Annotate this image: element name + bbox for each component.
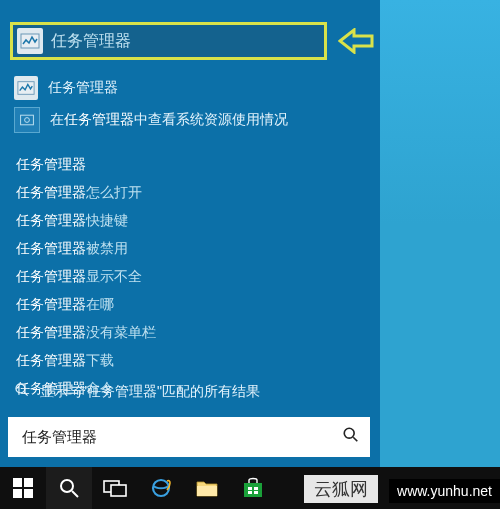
svg-rect-11: [24, 489, 33, 498]
svg-rect-2: [21, 115, 34, 125]
top-result-label: 任务管理器: [51, 31, 131, 52]
svg-point-3: [25, 118, 30, 123]
taskbar-task-view-button[interactable]: [92, 467, 138, 509]
top-result-task-manager[interactable]: 任务管理器: [10, 22, 327, 60]
search-suggestion[interactable]: 任务管理器下载: [16, 352, 156, 370]
svg-rect-18: [244, 483, 262, 497]
search-suggestion[interactable]: 任务管理器怎么打开: [16, 184, 156, 202]
result-label: 在任务管理器中查看系统资源使用情况: [50, 111, 288, 129]
search-suggestion[interactable]: 任务管理器没有菜单栏: [16, 324, 156, 342]
taskbar-file-explorer-button[interactable]: [184, 467, 230, 509]
taskbar-search-button[interactable]: [46, 467, 92, 509]
search-suggestion-list: 任务管理器 任务管理器怎么打开 任务管理器快捷键 任务管理器被禁用 任务管理器显…: [16, 156, 156, 408]
svg-point-12: [61, 480, 73, 492]
svg-rect-19: [248, 487, 252, 490]
search-panel: 任务管理器 任务管理器 在任务管理器中查看系统资源使用情况 任务管理器 任务管理…: [0, 0, 380, 467]
svg-rect-15: [111, 485, 126, 496]
svg-rect-8: [13, 478, 22, 487]
search-input[interactable]: 任务管理器: [8, 417, 370, 457]
svg-rect-22: [254, 491, 258, 494]
result-app-task-manager[interactable]: 任务管理器: [14, 74, 118, 102]
search-suggestion[interactable]: 任务管理器被禁用: [16, 240, 156, 258]
taskbar-store-button[interactable]: [230, 467, 276, 509]
search-suggestion[interactable]: 任务管理器快捷键: [16, 212, 156, 230]
annotation-arrow-left-icon: [338, 28, 374, 54]
svg-point-6: [344, 428, 354, 438]
svg-rect-9: [24, 478, 33, 487]
svg-line-7: [353, 437, 357, 441]
result-label: 任务管理器: [48, 79, 118, 97]
svg-rect-10: [13, 489, 22, 498]
watermark-url: www.yunhu.net: [389, 479, 500, 503]
search-input-text: 任务管理器: [22, 428, 97, 447]
svg-line-5: [24, 392, 28, 396]
search-icon: [342, 426, 360, 448]
task-manager-icon: [17, 28, 43, 54]
search-suggestion[interactable]: 任务管理器: [16, 156, 156, 174]
task-manager-icon: [14, 76, 38, 100]
taskbar-ie-button[interactable]: [138, 467, 184, 509]
show-all-web-results[interactable]: 显示与"任务管理器"匹配的所有结果: [14, 382, 260, 401]
start-button[interactable]: [0, 467, 46, 509]
desktop-background: [380, 0, 500, 467]
result-setting-resources[interactable]: 在任务管理器中查看系统资源使用情况: [14, 106, 288, 134]
search-suggestion[interactable]: 任务管理器在哪: [16, 296, 156, 314]
svg-line-13: [72, 491, 78, 497]
web-results-label: 显示与"任务管理器"匹配的所有结果: [40, 383, 260, 401]
watermark-site-name: 云狐网: [304, 475, 378, 503]
settings-icon: [14, 107, 40, 133]
search-suggestion[interactable]: 任务管理器显示不全: [16, 268, 156, 286]
search-icon: [14, 382, 40, 401]
svg-rect-21: [248, 491, 252, 494]
svg-point-4: [16, 384, 25, 393]
svg-rect-17: [197, 486, 217, 496]
svg-rect-20: [254, 487, 258, 490]
